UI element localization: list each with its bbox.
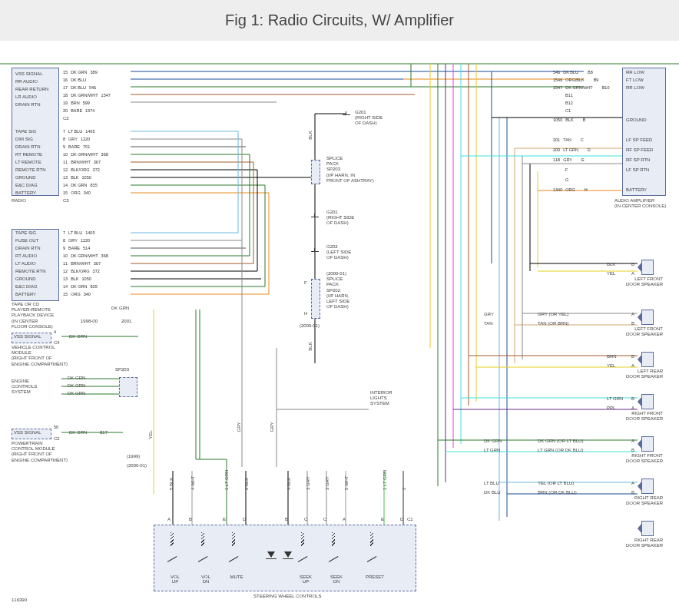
speaker-icon [641,352,654,367]
pin: 15ORG340 [63,190,91,195]
pin: A [631,481,634,485]
swc-pin-sub: C [323,517,326,522]
ecs-w2: DK GRN [68,391,85,396]
pin: A [631,363,634,368]
sig: RT REMOTE [15,152,42,157]
pin: 13BLK1050 [63,277,91,281]
ils-label: INTERIOR LIGHTS SYSTEM [370,390,392,407]
sig: TAPE SIG [15,129,36,134]
sig: RR AUDIO [15,79,38,84]
sig: REMOTE RTN [15,269,46,273]
sig: VSS SIGNAL [15,71,43,76]
sig: GROUND [15,175,36,180]
resistor-icon [301,532,304,546]
sig: DIM SIG [15,137,33,141]
wire-color: TAN (OR BRN) [538,321,569,326]
pin: 20BARE1574 [63,108,94,113]
pin: A [631,406,634,410]
resistor-icon [332,532,335,546]
swc-conn: C1 [407,517,413,522]
pin: 17DK BLU546 [63,85,96,90]
resistor-icon [370,532,373,546]
pin: B [631,354,634,359]
g202-label: G202 (LEFT SIDE OF DASH) [326,244,351,261]
wire-overlay [0,41,679,609]
pin: 11BRN/WHT367 [63,261,101,266]
pcm-sig: VSS SIGNAL [14,430,41,435]
amp-pin: 118GRYE [553,157,585,162]
sig: REMOTE RTN [15,167,46,172]
speaker-label: LEFT FRONT DOOR SPEAKER [626,326,663,337]
pin: 15ORG340 [63,292,91,296]
pin: 12BLK/ORG372 [63,167,100,172]
pin: B [631,321,634,326]
sp202-yr: (2000-01) [300,323,320,328]
diode-base [266,558,277,559]
pin: 12BLK/ORG372 [63,269,100,273]
gry-v: GRY [270,422,274,432]
amp-sig: RR LOW [626,85,644,90]
swc-pin-label: 1 LT GRN [224,470,229,490]
amp-pin: 201TANC [553,137,584,142]
sp202-h: H [304,311,307,316]
vcm-sig: VSS SIGNAL [14,334,41,339]
sig: E&C DIAG [15,284,38,289]
swc-pin-label: 5 BLK [169,478,174,490]
sig: DRAIN RTN [15,102,41,107]
amp-pin: 1050BLKB [553,118,585,122]
pin: 14DK GRN835 [63,183,98,187]
sig: DRAIN RTN [15,246,41,250]
gry-v2: GRY [237,422,241,432]
swc-pin-label: 2 [402,488,406,490]
sig: BATTERY [15,190,36,195]
swc-button-label: SEEK DN [325,575,348,584]
swc-pin-sub: D [400,517,403,522]
sp202-f: F [304,280,307,285]
speaker-label: LEFT FRONT DOOR SPEAKER [626,277,663,287]
amp-pin: 1340ORGH [553,187,588,192]
speaker-label: RIGHT FRONT DOOR SPEAKER [626,453,663,464]
swc-pin-label: 2 BLK [244,478,249,490]
amp-sig: LF SP FEED [626,137,652,142]
wire-color: LT BLU [484,481,499,485]
speaker-label: RIGHT REAR DOOR SPEAKER [626,538,663,548]
g201-label: G201 (RIGHT SIDE OF DASH) [355,110,383,127]
sig: LT REMOTE [15,160,41,164]
speaker-icon [641,394,654,409]
swc-pin-sub: A [343,517,346,522]
amp-pin: 546DK BLUB8 [553,70,593,75]
sig: REAR RETURN [15,87,48,91]
pin: 16DK BLU [63,78,86,82]
sp203b-box [311,160,320,184]
swc-pin-label: 3 GRY [325,476,330,490]
wire-color: DK BLU [484,490,501,495]
pin: B [631,396,634,401]
speaker-icon [641,479,654,494]
pin: 8GRY1220 [63,137,90,141]
yel-label: YEL [148,430,153,439]
wire-color: LT GRN [484,448,500,452]
swc-pin-sub: B [285,517,288,522]
amp-pin: G [553,177,568,182]
year2000: (2000-01) [127,463,147,468]
swc-pin-sub: D [243,517,246,522]
ground-icon [310,214,320,221]
pin: 8GRY1220 [63,238,90,243]
amp-label: AUDIO AMPLIFIER (IN CENTER CONSOLE) [614,198,666,209]
wire-color: BLK [607,262,615,267]
wire-color: LT GRN (OR DK BLU) [538,448,583,452]
pcm-num: 817 [100,430,108,435]
sig: BATTERY [15,292,36,296]
ground-icon [310,248,320,256]
tape-cd-label: TAPE OR CD PLAYER-REMOTE PLAYBACK DEVICE… [12,302,54,330]
wire-color: YEL [607,363,615,368]
amp-sig: RF SP RTN [626,157,650,162]
pin: 7LT BLU1405 [63,129,94,134]
blk-v2: BLK [308,342,313,350]
swc-pin-sub: A [167,517,171,522]
pin: 10DK GRN/WHT368 [63,253,108,258]
sig: LR AUDIO [15,94,37,99]
pin: A [631,271,634,276]
amp-pin: 1547DK GRN/WHTB10 [553,85,610,90]
pin: 18DK GRN/WHT1547 [63,93,111,98]
